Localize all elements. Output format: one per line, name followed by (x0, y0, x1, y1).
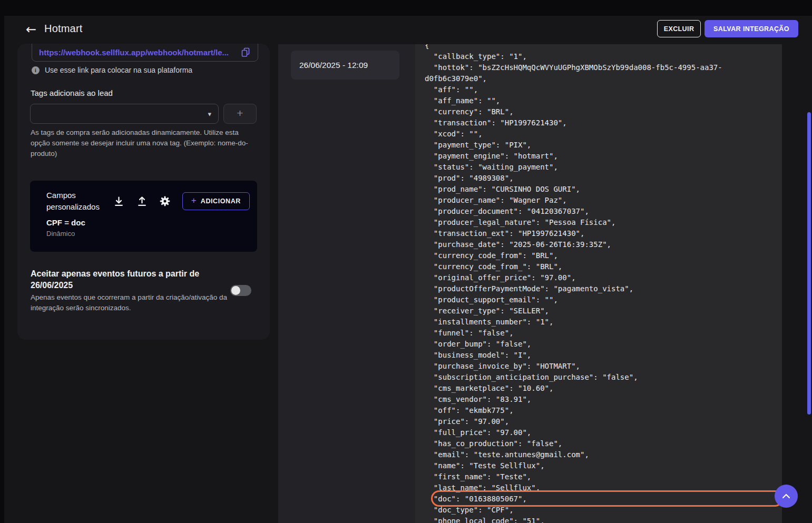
tags-select[interactable]: ▾ (30, 104, 219, 124)
custom-fields-card: Campos personalizados (30, 181, 257, 252)
settings-card: https://webhook.sellflux.app/webhook/hot… (17, 44, 270, 340)
webhook-hint: Use esse link para colocar na sua plataf… (45, 66, 192, 74)
payload-text: { "callback_type": "1", "hottok": "bsZ2c… (425, 44, 779, 523)
future-events-toggle[interactable] (230, 285, 251, 296)
webhook-url-link[interactable]: https://webhook.sellflux.app/webhook/hot… (39, 48, 240, 57)
back-arrow-icon[interactable]: ← (23, 22, 39, 37)
tags-label: Tags adicionais ao lead (31, 88, 113, 97)
payload-panel: { "callback_type": "1", "hottok": "bsZ2c… (415, 44, 782, 523)
copy-icon[interactable] (240, 47, 251, 57)
add-tag-button[interactable]: + (223, 104, 257, 124)
tags-description: As tags de compra serão adicionadas dina… (31, 127, 249, 159)
future-events-description: Apenas eventos que ocorreram a partir da… (31, 292, 230, 313)
top-bar: ← Hotmart EXCLUIR SALVAR INTEGRAÇÃO (4, 16, 812, 44)
chevron-down-icon: ▾ (208, 110, 211, 118)
add-custom-field-button[interactable]: + ADICIONAR (182, 192, 250, 210)
page-title: Hotmart (44, 23, 83, 35)
scrollbar-thumb[interactable] (807, 112, 811, 415)
download-icon[interactable] (113, 195, 124, 207)
toggle-knob (231, 286, 240, 295)
upload-icon[interactable] (136, 195, 148, 207)
scroll-top-button[interactable] (775, 485, 798, 508)
custom-field-name: CPF = doc (46, 218, 85, 227)
webhook-hint-row: i Use esse link para colocar na sua plat… (32, 66, 192, 74)
event-list-item[interactable]: 26/06/2025 - 12:09 (291, 51, 399, 80)
events-column: 26/06/2025 - 12:09 (278, 44, 415, 523)
custom-field-type: Dinâmico (46, 230, 75, 238)
webhook-url-field[interactable]: https://webhook.sellflux.app/webhook/hot… (32, 44, 258, 62)
delete-button[interactable]: EXCLUIR (657, 20, 701, 37)
plus-icon: + (191, 195, 197, 206)
add-custom-field-label: ADICIONAR (201, 198, 241, 205)
custom-fields-title: Campos personalizados (46, 190, 109, 213)
gear-icon[interactable] (159, 195, 171, 207)
chevron-up-icon (782, 494, 790, 499)
save-integration-button[interactable]: SALVAR INTEGRAÇÃO (705, 20, 798, 37)
info-icon: i (32, 66, 40, 74)
future-events-title: Aceitar apenas eventos futuros a partir … (31, 268, 220, 291)
integration-page: ← Hotmart EXCLUIR SALVAR INTEGRAÇÃO http… (4, 16, 812, 523)
